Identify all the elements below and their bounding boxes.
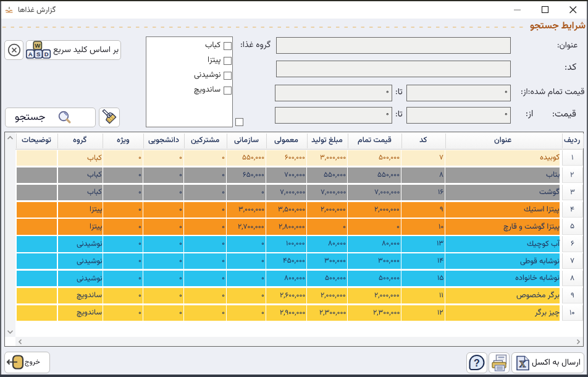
svg-text:W: W (35, 42, 40, 49)
svg-text:?: ? (474, 358, 480, 368)
svg-text:S: S (36, 51, 40, 57)
svg-text:A: A (28, 51, 33, 57)
svg-text:X: X (519, 359, 526, 369)
svg-text:D: D (44, 51, 49, 57)
